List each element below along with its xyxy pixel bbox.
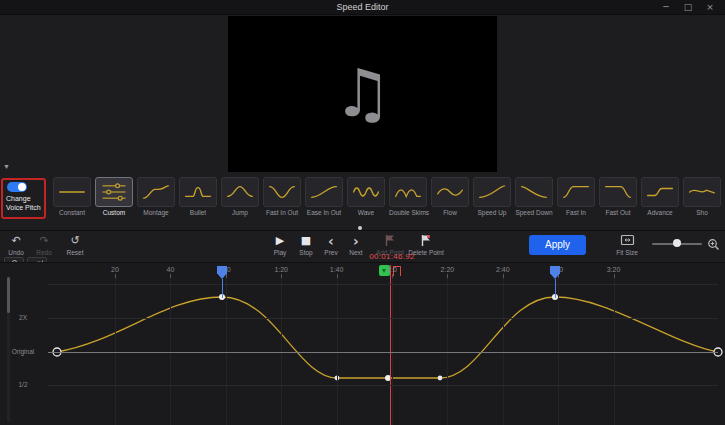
- voice-pitch-highlight: Change Voice Pitch: [1, 178, 46, 219]
- gridline-horizontal: [48, 385, 718, 386]
- preset-bullet[interactable]: Bullet: [179, 177, 217, 223]
- ruler-tick-label: 2:20: [432, 266, 462, 273]
- preset-double-skims[interactable]: Double Skims: [389, 177, 427, 223]
- jump-curve-icon: [221, 177, 259, 207]
- play-icon: ▶: [266, 234, 294, 248]
- keyframe-marker-line: [555, 279, 556, 298]
- speed-curve: [0, 263, 725, 425]
- speed-row-label: Original: [0, 348, 46, 355]
- speeddown-curve-icon: [515, 177, 553, 207]
- wave-curve-icon: [347, 177, 385, 207]
- vertical-scrollbar-thumb[interactable]: [7, 277, 10, 313]
- delete-point-flag-icon: [404, 234, 448, 248]
- preset-wave[interactable]: Wave: [347, 177, 385, 223]
- speed-row-label: 2X: [0, 314, 46, 321]
- toggle-knob: [18, 183, 26, 191]
- ruler-tick: [115, 274, 116, 278]
- collapse-arrow-icon[interactable]: ▼: [3, 163, 10, 170]
- maximize-icon[interactable]: □: [677, 0, 699, 15]
- ruler-tick: [392, 274, 393, 278]
- sliders-curve-icon: [95, 177, 133, 207]
- preset-flow[interactable]: Flow: [431, 177, 469, 223]
- stop-label: Stop: [292, 249, 320, 256]
- play-label: Play: [266, 249, 294, 256]
- ruler-tick-label: 3:20: [599, 266, 629, 273]
- fastinout-curve-icon: [263, 177, 301, 207]
- next-button[interactable]: › Next: [342, 234, 370, 256]
- window-title: Speed Editor: [0, 0, 725, 15]
- easeinout-curve-icon: [305, 177, 343, 207]
- titlebar: Speed Editor ─ □ ×: [0, 0, 725, 15]
- play-button[interactable]: ▶ Play: [266, 234, 294, 256]
- preset-fast-in[interactable]: Fast In: [557, 177, 595, 223]
- preset-speed-down[interactable]: Speed Down: [515, 177, 553, 223]
- preset-fast-out[interactable]: Fast Out: [599, 177, 637, 223]
- prev-button[interactable]: ‹ Prev: [317, 234, 345, 256]
- preset-montage[interactable]: Montage: [137, 177, 175, 223]
- voice-pitch-label-line1: Change: [6, 194, 44, 203]
- playhead-timestamp: 00:01:46.92: [369, 252, 415, 261]
- stop-button[interactable]: ■ Stop: [292, 234, 320, 256]
- close-icon[interactable]: ×: [699, 0, 721, 15]
- prev-label: Prev: [317, 249, 345, 256]
- video-preview: ♫: [228, 16, 497, 172]
- next-icon: ›: [342, 234, 370, 248]
- redo-button[interactable]: ↷ Redo: [30, 234, 58, 256]
- minimize-icon[interactable]: ─: [655, 0, 677, 15]
- ruler-tick: [226, 274, 227, 278]
- preset-label: Speed Down: [515, 209, 553, 216]
- preset-custom[interactable]: Custom: [95, 177, 133, 223]
- undo-icon: ↶: [2, 234, 30, 248]
- bullet-curve-icon: [179, 177, 217, 207]
- ruler-tick: [614, 274, 615, 278]
- fastout-curve-icon: [599, 177, 637, 207]
- zoom-slider-thumb[interactable]: [673, 239, 681, 247]
- ruler-tick: [503, 274, 504, 278]
- preset-advance[interactable]: Advance: [641, 177, 679, 223]
- preset-ease-in-out[interactable]: Ease In Out: [305, 177, 343, 223]
- window-controls: ─ □ ×: [655, 0, 721, 15]
- next-label: Next: [342, 249, 370, 256]
- speedup-curve-icon: [473, 177, 511, 207]
- preset-sho[interactable]: Sho: [683, 177, 721, 223]
- advance-curve-icon: [641, 177, 679, 207]
- preset-jump[interactable]: Jump: [221, 177, 259, 223]
- speed-row-label: 1/2: [0, 381, 46, 388]
- preset-label: Advance: [641, 209, 679, 216]
- preset-speed-up[interactable]: Speed Up: [473, 177, 511, 223]
- fastin-curve-icon: [557, 177, 595, 207]
- undo-button[interactable]: ↶ Undo: [2, 234, 30, 256]
- apply-button[interactable]: Apply: [529, 235, 586, 255]
- voice-pitch-label-line2: Voice Pitch: [6, 203, 44, 212]
- preset-label: Bullet: [179, 209, 217, 216]
- ruler-tick-label: 40: [155, 266, 185, 273]
- speed-preset-row: ConstantCustomMontageBulletJumpFast In O…: [53, 177, 725, 223]
- fit-size-button[interactable]: Fit Size: [610, 234, 644, 256]
- zoom-in-icon[interactable]: [707, 237, 721, 251]
- prev-icon: ‹: [317, 234, 345, 248]
- preset-label: Fast In Out: [263, 209, 301, 216]
- undo-label: Undo: [2, 249, 30, 256]
- double-curve-icon: [389, 177, 427, 207]
- music-note-icon: ♫: [333, 61, 392, 127]
- toolbar: ↶ Undo ↷ Redo ↺ Reset ▶ Play ■ Stop ‹ Pr…: [0, 230, 725, 260]
- reset-button[interactable]: ↺ Reset: [60, 234, 90, 256]
- ruler-tick-label: 2:0: [377, 266, 407, 273]
- speed-curve-timeline[interactable]: 20401:01:201:402:02:202:403:03:202XOrigi…: [0, 262, 725, 425]
- voice-pitch-toggle[interactable]: [7, 182, 27, 192]
- ruler-tick-label: 1:20: [266, 266, 296, 273]
- preset-label: Constant: [53, 209, 91, 216]
- redo-icon: ↷: [30, 234, 58, 248]
- preset-label: Speed Up: [473, 209, 511, 216]
- preset-constant[interactable]: Constant: [53, 177, 91, 223]
- fit-size-label: Fit Size: [610, 249, 644, 256]
- preset-label: Wave: [347, 209, 385, 216]
- preset-label: Custom: [95, 209, 133, 216]
- preset-fast-in-out[interactable]: Fast In Out: [263, 177, 301, 223]
- ruler-tick-label: 1:40: [322, 266, 352, 273]
- preset-label: Flow: [431, 209, 469, 216]
- ruler-tick: [281, 274, 282, 278]
- playhead-line: [390, 265, 391, 425]
- ruler-tick-label: 2:40: [488, 266, 518, 273]
- keyframe-point-handle[interactable]: [438, 376, 443, 381]
